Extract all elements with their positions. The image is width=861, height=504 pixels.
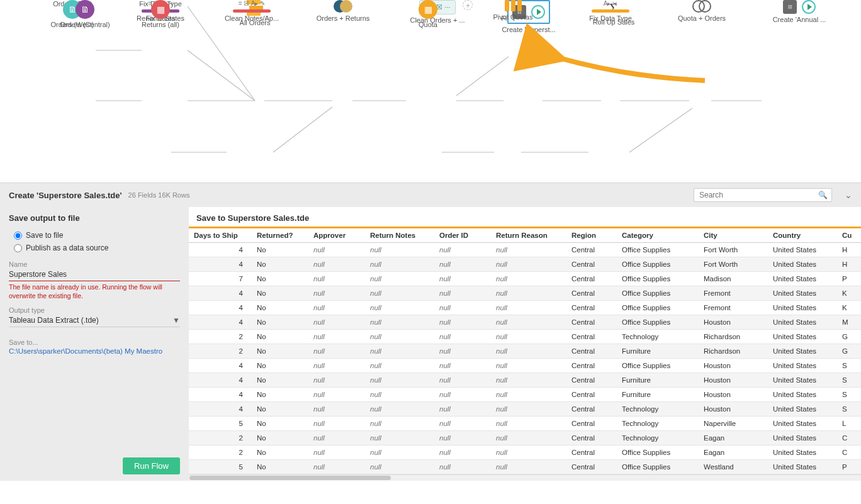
column-header[interactable]: Return Reason	[491, 228, 566, 243]
table-row[interactable]: 4NonullnullnullnullCentralOffice Supplie…	[189, 243, 861, 257]
table-cell: United States	[768, 388, 837, 402]
table-cell: null	[308, 402, 365, 417]
radio-save-to-file[interactable]: Save to file	[14, 231, 180, 240]
table-row[interactable]: 4NonullnullnullnullCentralOffice Supplie…	[189, 257, 861, 272]
column-header[interactable]: Returned?	[252, 228, 308, 243]
table-cell: S	[837, 402, 861, 417]
table-row[interactable]: 4NonullnullnullnullCentralOffice Supplie…	[189, 286, 861, 301]
table-cell: Office Supplies	[617, 301, 699, 315]
table-row[interactable]: 2NonullnullnullnullCentralTechnologyEaga…	[189, 431, 861, 445]
table-cell: K	[837, 286, 861, 301]
node-pivot-quotas[interactable]: Pivot Quotas	[485, 0, 541, 21]
datasource-icon: ▦	[419, 0, 437, 19]
table-cell: No	[252, 315, 308, 330]
table-row[interactable]: 4NonullnullnullnullCentralTechnologyHous…	[189, 402, 861, 417]
config-heading: Save output to file	[9, 213, 180, 223]
horizontal-scrollbar[interactable]	[189, 474, 861, 481]
table-row[interactable]: 4NonullnullnullnullCentralOffice Supplie…	[189, 359, 861, 373]
table-row[interactable]: 4NonullnullnullnullCentralFurnitureHoust…	[189, 373, 861, 388]
node-quota[interactable]: ▦ Quota	[400, 0, 456, 28]
preview-grid-panel: Save to Superstore Sales.tde Days to Shi…	[189, 207, 861, 481]
search-field[interactable]	[698, 190, 818, 200]
run-flow-button[interactable]: Run Flow	[123, 457, 180, 474]
column-header[interactable]: City	[699, 228, 768, 243]
node-returns-all[interactable]: ▦ Returns (all)	[132, 0, 189, 28]
table-cell: null	[365, 402, 434, 417]
name-input[interactable]	[9, 268, 180, 281]
annotation-arrow	[554, 55, 718, 95]
table-cell: null	[434, 373, 491, 388]
output-config-panel: Save output to file Save to file Publish…	[0, 207, 189, 481]
table-cell: null	[491, 315, 566, 330]
table-row[interactable]: 4NonullnullnullnullCentralOffice Supplie…	[189, 315, 861, 330]
output-type-select[interactable]: Tableau Data Extract (.tde) ▼	[9, 314, 180, 327]
table-row[interactable]: 7NonullnullnullnullCentralOffice Supplie…	[189, 272, 861, 286]
table-cell: Fremont	[699, 301, 768, 315]
add-step-button[interactable]: ＋	[463, 0, 473, 10]
table-cell: Technology	[617, 431, 699, 445]
node-fix-data-type-2[interactable]: A▸ ✂ Fix Data Type	[582, 0, 639, 22]
save-path[interactable]: C:\Users\sparker\Documents\(beta) My Mae…	[9, 346, 180, 355]
table-cell: Central	[566, 257, 617, 272]
column-header[interactable]: Days to Ship	[189, 228, 252, 243]
table-cell: Central	[566, 445, 617, 460]
node-quota-orders[interactable]: Quota + Orders	[673, 0, 730, 22]
table-cell: Office Supplies	[617, 272, 699, 286]
table-row[interactable]: 5NonullnullnullnullCentralTechnologyNape…	[189, 417, 861, 431]
table-cell: null	[491, 402, 566, 417]
table-row[interactable]: 5NonullnullnullnullCentralOffice Supplie…	[189, 460, 861, 474]
table-cell: null	[491, 272, 566, 286]
table-cell: Eagan	[699, 431, 768, 445]
table-cell: null	[365, 388, 434, 402]
table-cell: S	[837, 388, 861, 402]
run-step-icon[interactable]	[802, 0, 816, 14]
search-input[interactable]: 🔍	[694, 188, 832, 202]
column-header[interactable]: Return Notes	[365, 228, 434, 243]
table-cell: null	[365, 301, 434, 315]
join-icon	[692, 0, 711, 13]
table-cell: null	[491, 445, 566, 460]
table-row[interactable]: 2NonullnullnullnullCentralFurnitureRicha…	[189, 344, 861, 359]
table-cell: Houston	[699, 373, 768, 388]
collapse-icon[interactable]: ⌄	[845, 190, 852, 200]
table-cell: Office Supplies	[617, 445, 699, 460]
table-cell: Houston	[699, 359, 768, 373]
table-cell: Office Supplies	[617, 359, 699, 373]
node-orders-central[interactable]: 🗎 Orders (Central)	[57, 0, 113, 28]
table-cell: No	[252, 373, 308, 388]
node-create-annual[interactable]: ⌗ Create 'Annual ...	[762, 0, 837, 23]
table-cell: 7	[189, 272, 252, 286]
table-cell: null	[308, 301, 365, 315]
details-pane: Create 'Superstore Sales.tde' 26 Fields …	[0, 182, 861, 481]
table-cell: G	[837, 344, 861, 359]
table-cell: No	[252, 286, 308, 301]
column-header[interactable]: Cu	[837, 228, 861, 243]
node-orders-returns[interactable]: Orders + Returns	[315, 0, 371, 22]
preview-grid[interactable]: Days to ShipReturned?ApproverReturn Note…	[189, 228, 861, 474]
table-cell: null	[308, 445, 365, 460]
column-header[interactable]: Region	[566, 228, 617, 243]
table-row[interactable]: 2NonullnullnullnullCentralTechnologyRich…	[189, 330, 861, 344]
table-cell: null	[308, 359, 365, 373]
table-cell: 4	[189, 359, 252, 373]
table-row[interactable]: 2NonullnullnullnullCentralOffice Supplie…	[189, 445, 861, 460]
table-cell: No	[252, 402, 308, 417]
column-header[interactable]: Order ID	[434, 228, 491, 243]
flow-canvas[interactable]: Orders_East Fix Data Type 🗎 Orders (West…	[0, 0, 861, 182]
step-ops: A▸ ✂	[604, 0, 617, 8]
table-cell: null	[491, 301, 566, 315]
join-icon	[334, 0, 352, 13]
node-clean-notes[interactable]: = ☒ A▸ ✎ Clean Notes/Ap...	[223, 0, 280, 22]
table-row[interactable]: 4NonullnullnullnullCentralOffice Supplie…	[189, 301, 861, 315]
table-cell: No	[252, 417, 308, 431]
table-cell: null	[491, 286, 566, 301]
table-cell: null	[365, 330, 434, 344]
column-header[interactable]: Approver	[308, 228, 365, 243]
column-header[interactable]: Category	[617, 228, 699, 243]
table-row[interactable]: 4NonullnullnullnullCentralFurnitureHoust…	[189, 388, 861, 402]
table-cell: Technology	[617, 330, 699, 344]
column-header[interactable]: Country	[768, 228, 837, 243]
node-label: Quota + Orders	[678, 14, 726, 22]
radio-publish[interactable]: Publish as a data source	[14, 244, 180, 252]
table-cell: null	[434, 460, 491, 474]
